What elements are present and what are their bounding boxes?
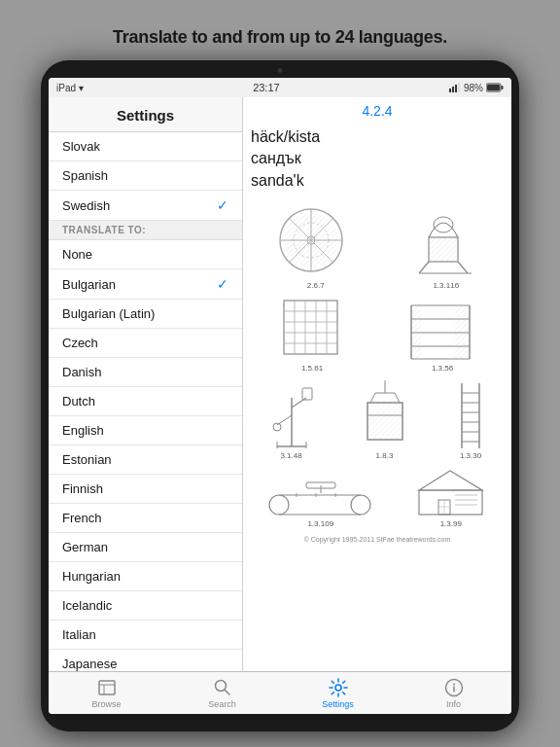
list-item[interactable]: Japanese [49, 650, 242, 671]
svg-rect-83 [99, 681, 115, 694]
svg-rect-1 [452, 87, 454, 92]
list-item[interactable]: French [49, 504, 242, 533]
item-label: Dutch [62, 394, 95, 409]
list-item[interactable]: Swedish ✓ [49, 191, 242, 221]
svg-rect-2 [455, 85, 457, 92]
diagram-label: 3.1.48 [280, 451, 301, 460]
item-label: French [62, 511, 101, 525]
diagram-label: 1.3.99 [440, 519, 462, 528]
checkmark-icon: ✓ [217, 276, 228, 292]
diagram-row-2: 1.5.61 [247, 296, 508, 373]
list-item[interactable]: Finnish [49, 475, 242, 504]
diagram-label: 1.8.3 [376, 451, 394, 460]
svg-rect-5 [502, 86, 504, 89]
svg-point-66 [269, 495, 289, 515]
tab-bar: Browse Search Settings [49, 671, 511, 714]
device-frame: iPad ▾ 23:17 98% [41, 60, 519, 731]
diagram-item: 1.3.30 [454, 378, 488, 460]
list-item[interactable]: Icelandic [49, 591, 242, 621]
word-entry-3: sanda'k [251, 170, 504, 192]
list-item[interactable]: Bulgarian ✓ [49, 269, 242, 300]
diagram-rack [406, 296, 479, 364]
svg-rect-40 [455, 305, 470, 359]
battery-label: 98% [464, 83, 483, 93]
svg-line-87 [225, 690, 229, 694]
list-item[interactable]: German [49, 533, 242, 562]
diagram-item: 1.3.56 [406, 296, 479, 373]
list-item[interactable]: Czech [49, 329, 242, 358]
svg-line-19 [419, 262, 429, 273]
diagram-label: 1.3.109 [307, 519, 333, 528]
diagrams-grid: 2.6.7 [243, 199, 511, 551]
item-label: None [62, 247, 92, 262]
diagram-ladder [454, 378, 488, 451]
svg-rect-0 [449, 89, 451, 92]
tab-browse[interactable]: Browse [49, 672, 164, 714]
top-label: Translate to and from up to 24 languages… [0, 27, 560, 48]
diagram-stand [267, 378, 316, 451]
settings-icon [329, 678, 348, 697]
list-item[interactable]: Hungarian [49, 562, 242, 591]
svg-line-53 [395, 393, 400, 403]
status-bar: iPad ▾ 23:17 98% [49, 78, 511, 97]
svg-point-14 [284, 213, 338, 267]
list-item[interactable]: Estonian [49, 445, 242, 475]
svg-point-91 [453, 683, 455, 685]
word-entries: häck/kista сандък sanda'k [243, 123, 511, 199]
svg-rect-3 [458, 83, 460, 92]
list-item[interactable]: Slovak [49, 132, 242, 161]
item-label: Danish [62, 365, 101, 379]
list-item[interactable]: Italian [49, 621, 242, 650]
status-left: iPad ▾ [56, 83, 84, 93]
list-item[interactable]: None [49, 240, 242, 269]
version-label: 4.2.4 [243, 97, 511, 123]
svg-rect-39 [411, 305, 421, 359]
tab-settings-label: Settings [322, 699, 354, 709]
tab-search[interactable]: Search [164, 672, 280, 714]
tab-settings[interactable]: Settings [280, 672, 396, 714]
search-icon [213, 678, 232, 697]
item-label: Slovak [62, 139, 100, 154]
item-label: Spanish [62, 168, 108, 183]
list-item[interactable]: Danish [49, 358, 242, 387]
diagram-row-4: 1.3.109 [247, 466, 508, 528]
item-label: English [62, 423, 104, 438]
browse-icon [97, 678, 117, 697]
diagram-label: 1.3.30 [460, 451, 481, 460]
checkmark-icon: ✓ [217, 197, 228, 213]
item-label: Swedish [62, 198, 110, 213]
tab-search-label: Search [208, 699, 236, 709]
left-panel[interactable]: Settings Slovak Spanish Swedish ✓ TRANSL… [49, 97, 243, 671]
settings-title: Settings [49, 97, 242, 132]
word-entry-1: häck/kista [251, 126, 504, 148]
svg-line-52 [370, 393, 375, 403]
item-label: Icelandic [62, 598, 112, 613]
item-label: Finnish [62, 481, 103, 496]
item-label: Hungarian [62, 569, 121, 584]
status-right: 98% [449, 83, 504, 93]
diagram-label: 1.3.56 [432, 364, 453, 373]
word-entry-2: сандък [251, 148, 504, 169]
svg-rect-55 [368, 403, 402, 440]
info-icon [444, 678, 464, 697]
diagram-label: 1.3.116 [433, 281, 459, 290]
diagram-item: 1.3.116 [409, 203, 482, 290]
list-item[interactable]: Dutch [49, 387, 242, 416]
svg-point-49 [273, 423, 281, 431]
list-item[interactable]: English [49, 416, 242, 445]
diagram-item: 1.5.61 [276, 296, 349, 373]
main-content: Settings Slovak Spanish Swedish ✓ TRANSL… [49, 97, 511, 671]
svg-rect-47 [302, 388, 312, 400]
list-item[interactable]: Bulgarian (Latin) [49, 300, 242, 329]
diagram-item: 3.1.48 [267, 378, 316, 460]
svg-rect-17 [429, 237, 458, 262]
ipad-label: iPad ▾ [56, 83, 84, 93]
diagram-circle [272, 203, 360, 281]
diagram-label: 2.6.7 [307, 281, 325, 290]
list-item[interactable]: Spanish [49, 161, 242, 191]
diagram-item: 1.3.99 [414, 466, 487, 528]
copyright-text: © Copyright 1995-2011 StFae theatrewords… [247, 534, 508, 547]
tab-info[interactable]: Info [396, 672, 511, 714]
tab-browse-label: Browse [91, 699, 121, 709]
right-panel[interactable]: 4.2.4 häck/kista сандък sanda'k [243, 97, 511, 671]
